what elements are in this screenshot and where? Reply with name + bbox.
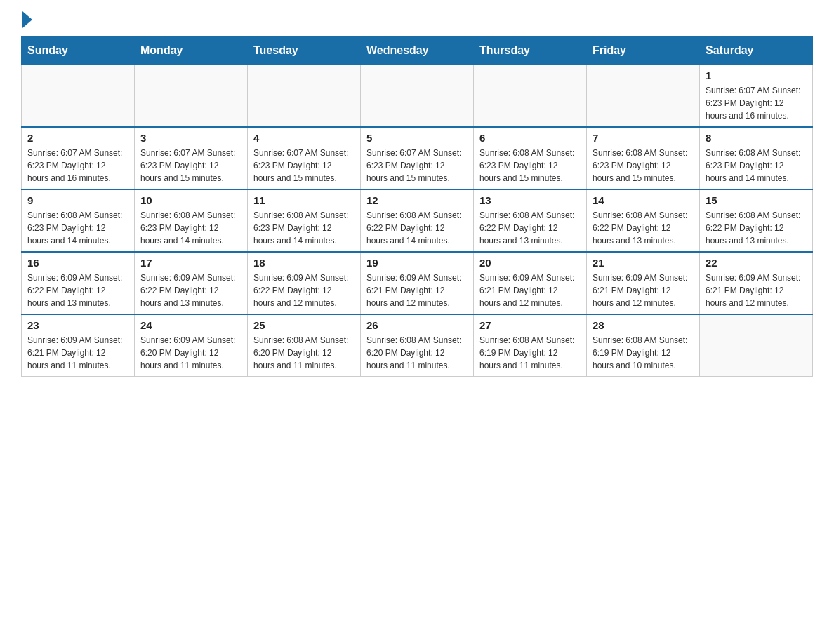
day-info: Sunrise: 6:08 AM Sunset: 6:23 PM Dayligh… [140,209,241,247]
calendar-cell: 3Sunrise: 6:07 AM Sunset: 6:23 PM Daylig… [135,127,248,189]
day-info: Sunrise: 6:09 AM Sunset: 6:21 PM Dayligh… [593,271,694,309]
calendar-week-row: 9Sunrise: 6:08 AM Sunset: 6:23 PM Daylig… [22,189,813,252]
day-info: Sunrise: 6:08 AM Sunset: 6:22 PM Dayligh… [706,209,807,247]
day-info: Sunrise: 6:09 AM Sunset: 6:21 PM Dayligh… [706,271,807,309]
day-of-week-header: Wednesday [361,37,474,65]
calendar-cell [135,65,248,127]
day-number: 3 [140,132,241,144]
calendar-cell [361,65,474,127]
day-number: 6 [479,132,581,144]
logo [21,14,32,25]
day-number: 16 [27,257,128,269]
day-number: 24 [140,319,241,331]
day-of-week-header: Thursday [474,37,587,65]
day-info: Sunrise: 6:09 AM Sunset: 6:22 PM Dayligh… [253,271,355,309]
calendar-week-row: 2Sunrise: 6:07 AM Sunset: 6:23 PM Daylig… [22,127,813,189]
calendar-cell: 5Sunrise: 6:07 AM Sunset: 6:23 PM Daylig… [361,127,474,189]
day-number: 22 [706,257,807,269]
calendar-cell: 7Sunrise: 6:08 AM Sunset: 6:23 PM Daylig… [587,127,700,189]
day-info: Sunrise: 6:08 AM Sunset: 6:23 PM Dayligh… [479,147,581,185]
day-info: Sunrise: 6:08 AM Sunset: 6:19 PM Dayligh… [479,334,581,372]
day-number: 15 [706,194,807,206]
day-info: Sunrise: 6:07 AM Sunset: 6:23 PM Dayligh… [27,147,128,185]
calendar-cell: 26Sunrise: 6:08 AM Sunset: 6:20 PM Dayli… [361,314,474,377]
calendar-cell: 1Sunrise: 6:07 AM Sunset: 6:23 PM Daylig… [700,65,813,127]
day-info: Sunrise: 6:08 AM Sunset: 6:22 PM Dayligh… [479,209,581,247]
calendar-cell: 6Sunrise: 6:08 AM Sunset: 6:23 PM Daylig… [474,127,587,189]
day-info: Sunrise: 6:09 AM Sunset: 6:21 PM Dayligh… [479,271,581,309]
calendar-cell: 4Sunrise: 6:07 AM Sunset: 6:23 PM Daylig… [248,127,361,189]
calendar-cell: 27Sunrise: 6:08 AM Sunset: 6:19 PM Dayli… [474,314,587,377]
day-of-week-header: Tuesday [248,37,361,65]
day-of-week-header: Friday [587,37,700,65]
day-info: Sunrise: 6:08 AM Sunset: 6:23 PM Dayligh… [253,209,355,247]
day-info: Sunrise: 6:07 AM Sunset: 6:23 PM Dayligh… [706,84,807,122]
day-number: 9 [27,194,128,206]
calendar-cell [587,65,700,127]
day-info: Sunrise: 6:08 AM Sunset: 6:19 PM Dayligh… [593,334,694,372]
calendar-cell: 11Sunrise: 6:08 AM Sunset: 6:23 PM Dayli… [248,189,361,252]
day-number: 1 [706,69,807,81]
calendar-week-row: 23Sunrise: 6:09 AM Sunset: 6:21 PM Dayli… [22,314,813,377]
day-info: Sunrise: 6:07 AM Sunset: 6:23 PM Dayligh… [140,147,241,185]
calendar-cell [22,65,135,127]
calendar-week-row: 16Sunrise: 6:09 AM Sunset: 6:22 PM Dayli… [22,252,813,314]
day-number: 8 [706,132,807,144]
calendar-cell: 21Sunrise: 6:09 AM Sunset: 6:21 PM Dayli… [587,252,700,314]
day-number: 13 [479,194,581,206]
day-number: 21 [593,257,694,269]
day-info: Sunrise: 6:07 AM Sunset: 6:23 PM Dayligh… [253,147,355,185]
calendar-cell: 24Sunrise: 6:09 AM Sunset: 6:20 PM Dayli… [135,314,248,377]
day-info: Sunrise: 6:09 AM Sunset: 6:20 PM Dayligh… [140,334,241,372]
day-number: 18 [253,257,355,269]
day-number: 20 [479,257,581,269]
day-of-week-header: Monday [135,37,248,65]
calendar-cell: 19Sunrise: 6:09 AM Sunset: 6:21 PM Dayli… [361,252,474,314]
day-info: Sunrise: 6:08 AM Sunset: 6:22 PM Dayligh… [593,209,694,247]
day-number: 7 [593,132,694,144]
day-info: Sunrise: 6:08 AM Sunset: 6:22 PM Dayligh… [366,209,468,247]
day-number: 2 [27,132,128,144]
logo-top [21,14,32,28]
calendar-cell: 13Sunrise: 6:08 AM Sunset: 6:22 PM Dayli… [474,189,587,252]
calendar-cell: 8Sunrise: 6:08 AM Sunset: 6:23 PM Daylig… [700,127,813,189]
calendar-cell: 18Sunrise: 6:09 AM Sunset: 6:22 PM Dayli… [248,252,361,314]
calendar-cell [248,65,361,127]
day-number: 25 [253,319,355,331]
day-number: 28 [593,319,694,331]
day-info: Sunrise: 6:07 AM Sunset: 6:23 PM Dayligh… [366,147,468,185]
day-info: Sunrise: 6:08 AM Sunset: 6:23 PM Dayligh… [706,147,807,185]
page-header [21,14,813,25]
day-number: 4 [253,132,355,144]
calendar-cell: 23Sunrise: 6:09 AM Sunset: 6:21 PM Dayli… [22,314,135,377]
calendar-cell: 22Sunrise: 6:09 AM Sunset: 6:21 PM Dayli… [700,252,813,314]
day-of-week-header: Saturday [700,37,813,65]
day-number: 10 [140,194,241,206]
calendar-cell: 16Sunrise: 6:09 AM Sunset: 6:22 PM Dayli… [22,252,135,314]
day-info: Sunrise: 6:09 AM Sunset: 6:21 PM Dayligh… [366,271,468,309]
calendar-header-row: SundayMondayTuesdayWednesdayThursdayFrid… [22,37,813,65]
day-info: Sunrise: 6:08 AM Sunset: 6:23 PM Dayligh… [593,147,694,185]
calendar-cell: 14Sunrise: 6:08 AM Sunset: 6:22 PM Dayli… [587,189,700,252]
day-info: Sunrise: 6:08 AM Sunset: 6:20 PM Dayligh… [253,334,355,372]
day-number: 5 [366,132,468,144]
day-info: Sunrise: 6:08 AM Sunset: 6:20 PM Dayligh… [366,334,468,372]
day-info: Sunrise: 6:09 AM Sunset: 6:22 PM Dayligh… [140,271,241,309]
calendar-cell: 10Sunrise: 6:08 AM Sunset: 6:23 PM Dayli… [135,189,248,252]
calendar-cell: 12Sunrise: 6:08 AM Sunset: 6:22 PM Dayli… [361,189,474,252]
day-info: Sunrise: 6:09 AM Sunset: 6:22 PM Dayligh… [27,271,128,309]
calendar-cell: 2Sunrise: 6:07 AM Sunset: 6:23 PM Daylig… [22,127,135,189]
day-info: Sunrise: 6:09 AM Sunset: 6:21 PM Dayligh… [27,334,128,372]
day-number: 14 [593,194,694,206]
day-number: 19 [366,257,468,269]
day-of-week-header: Sunday [22,37,135,65]
day-number: 17 [140,257,241,269]
calendar-cell [474,65,587,127]
day-number: 26 [366,319,468,331]
calendar-cell [700,314,813,377]
day-number: 27 [479,319,581,331]
calendar-week-row: 1Sunrise: 6:07 AM Sunset: 6:23 PM Daylig… [22,65,813,127]
calendar-table: SundayMondayTuesdayWednesdayThursdayFrid… [21,36,813,377]
day-number: 12 [366,194,468,206]
day-number: 11 [253,194,355,206]
